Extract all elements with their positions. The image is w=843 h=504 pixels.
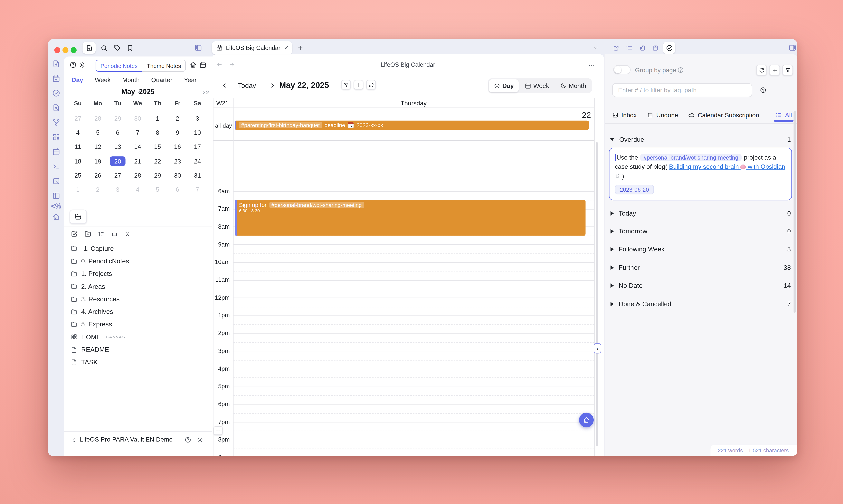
timed-event[interactable]: Sign up for #personal-brand/wot-sharing-…: [235, 200, 586, 236]
allday-event[interactable]: #parenting/first-birthday-banquet deadli…: [235, 121, 589, 130]
day-cell[interactable]: 9: [167, 126, 187, 140]
task-tab-calendar-subscription[interactable]: Calendar Subscription: [688, 112, 759, 118]
view-day[interactable]: Day: [489, 79, 519, 92]
task-due-date[interactable]: 2023-06-20: [615, 185, 654, 194]
day-cell[interactable]: 3: [187, 111, 208, 126]
group-by-page-toggle[interactable]: [613, 65, 631, 74]
period-tab-month[interactable]: Month: [122, 76, 140, 83]
tab-lifeos-big-calendar[interactable]: LifeOS Big Calendar: [212, 41, 292, 54]
minimize-window-button[interactable]: [62, 47, 69, 53]
home-fab[interactable]: [579, 413, 594, 428]
task-tab-undone[interactable]: Undone: [647, 112, 678, 118]
day-cell[interactable]: 17: [187, 140, 208, 154]
day-cell[interactable]: 28: [88, 111, 108, 126]
day-cell[interactable]: 26: [88, 168, 108, 182]
next-day-icon[interactable]: [269, 82, 276, 89]
file-plus-icon[interactable]: [52, 60, 60, 68]
day-cell[interactable]: 5: [148, 182, 168, 197]
calendar-scrollbar[interactable]: [596, 142, 598, 446]
sort-icon[interactable]: [97, 230, 104, 237]
close-tab-icon[interactable]: [284, 45, 289, 51]
day-cell[interactable]: 2: [88, 182, 108, 197]
bookmarks-button[interactable]: [125, 43, 135, 53]
more-options-icon[interactable]: [588, 62, 595, 69]
new-folder-icon[interactable]: [84, 230, 91, 237]
day-cell[interactable]: 21: [128, 154, 148, 168]
day-cell[interactable]: 30: [128, 111, 148, 126]
view-month[interactable]: Month: [555, 79, 591, 92]
collapse-all-icon[interactable]: [124, 230, 131, 237]
calendar-icon[interactable]: [52, 148, 60, 156]
day-cell[interactable]: 15: [148, 140, 168, 154]
toggle-right-sidebar-button[interactable]: [788, 43, 797, 53]
day-cell[interactable]: 30: [167, 168, 187, 182]
day-cell[interactable]: 6: [167, 182, 187, 197]
overdue-task-card[interactable]: Use the #personal-brand/wot-sharing-meet…: [609, 148, 792, 200]
tab-theme-notes[interactable]: Theme Notes: [142, 60, 186, 72]
period-tab-week[interactable]: Week: [95, 76, 111, 83]
new-tab-button[interactable]: [295, 43, 305, 53]
new-note-button[interactable]: [83, 42, 96, 54]
file-item[interactable]: 5. Express: [71, 318, 209, 331]
day-cell[interactable]: 12: [88, 140, 108, 154]
task-tab-inbox[interactable]: Inbox: [612, 112, 636, 118]
period-tab-quarter[interactable]: Quarter: [151, 76, 172, 83]
filter-help-icon[interactable]: [760, 87, 767, 93]
day-cell[interactable]: 7: [187, 182, 208, 197]
vault-switcher[interactable]: LifeOS Pro PARA Vault EN Demo: [64, 431, 212, 456]
file-item[interactable]: 4. Archives: [71, 305, 209, 318]
flow-icon[interactable]: [52, 119, 60, 127]
add-button[interactable]: [214, 426, 223, 435]
dice-icon[interactable]: [52, 177, 60, 185]
file-explorer-tab[interactable]: [70, 210, 87, 223]
calendar-heart-icon[interactable]: [52, 74, 60, 83]
file-item[interactable]: 2. Areas: [71, 280, 209, 293]
task-link[interactable]: Building my second brain with Obsidian: [669, 163, 785, 170]
collapse-pane-handle[interactable]: ‹: [594, 343, 601, 354]
day-cell[interactable]: 22: [148, 154, 168, 168]
refresh-tasks-button[interactable]: [756, 65, 767, 75]
panel-scrollbar[interactable]: [794, 111, 796, 313]
check-circle-icon[interactable]: [52, 89, 60, 97]
day-cell[interactable]: 7: [128, 126, 148, 140]
prev-day-icon[interactable]: [221, 82, 228, 89]
help-icon[interactable]: [70, 61, 76, 68]
outline-button[interactable]: [624, 43, 634, 53]
file-item[interactable]: TASK: [71, 356, 209, 369]
day-cell[interactable]: 19: [88, 154, 108, 168]
tab-list-dropdown[interactable]: [590, 43, 600, 53]
vault-help-icon[interactable]: [185, 437, 191, 443]
panel-icon[interactable]: [52, 192, 60, 200]
day-cell[interactable]: 2: [167, 111, 187, 126]
day-cell[interactable]: 4: [68, 126, 88, 140]
tab-periodic-notes[interactable]: Periodic Notes: [95, 60, 142, 72]
add-event-button[interactable]: [354, 80, 363, 90]
day-cell[interactable]: 1: [68, 182, 88, 197]
day-cell[interactable]: 13: [108, 140, 128, 154]
day-cell[interactable]: 31: [187, 168, 208, 182]
task-section-today[interactable]: Today0: [605, 204, 797, 222]
overdue-section-header[interactable]: Overdue 1: [610, 136, 791, 143]
refresh-button[interactable]: [366, 80, 376, 90]
new-note-icon[interactable]: [71, 230, 78, 237]
file-item[interactable]: 0. PeriodicNotes: [71, 255, 209, 268]
period-tab-day[interactable]: Day: [72, 76, 83, 83]
day-cell[interactable]: 25: [68, 168, 88, 182]
archive-button[interactable]: [650, 43, 660, 53]
day-cell[interactable]: 29: [148, 168, 168, 182]
task-section-following-week[interactable]: Following Week3: [605, 240, 797, 259]
settings-icon[interactable]: [79, 61, 86, 68]
task-section-tomorrow[interactable]: Tomorrow0: [605, 222, 797, 240]
task-tag-chip[interactable]: #personal-brand/wot-sharing-meeting: [640, 154, 742, 161]
file-item[interactable]: 1. Projects: [71, 268, 209, 280]
task-section-done-cancelled[interactable]: Done & Cancelled7: [605, 295, 797, 313]
zoom-window-button[interactable]: [71, 47, 77, 53]
incoming-links-button[interactable]: [637, 43, 647, 53]
day-cell[interactable]: 8: [148, 126, 168, 140]
add-task-button[interactable]: [769, 65, 780, 75]
terminal-icon[interactable]: [52, 162, 60, 170]
card-view-icon[interactable]: [110, 230, 118, 237]
day-cell[interactable]: 14: [128, 140, 148, 154]
tags-button[interactable]: [112, 43, 122, 53]
day-cell[interactable]: 28: [128, 168, 148, 182]
